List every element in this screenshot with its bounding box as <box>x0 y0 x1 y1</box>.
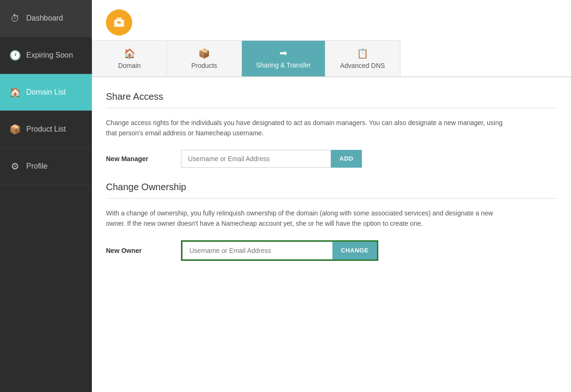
tab-bar: 🏠 Domain 📦 Products ➡ Sharing & Transfer… <box>92 40 571 77</box>
change-ownership-description: With a change of ownership, you fully re… <box>106 208 509 229</box>
svg-rect-1 <box>116 18 122 21</box>
new-owner-row: New Owner CHANGE <box>106 240 557 261</box>
share-access-divider <box>106 108 557 108</box>
sidebar-item-label: Dashboard <box>26 14 63 22</box>
tab-label: Advanced DNS <box>340 62 385 69</box>
sidebar-item-expiring-soon[interactable]: 🕐 Expiring Soon <box>0 37 92 74</box>
tab-domain[interactable]: 🏠 Domain <box>92 40 167 76</box>
new-manager-input[interactable] <box>181 150 331 168</box>
tab-label: Products <box>191 62 217 69</box>
tab-sharing-transfer[interactable]: ➡ Sharing & Transfer <box>242 40 325 76</box>
box-icon: 📦 <box>9 124 21 135</box>
transfer-tab-icon: ➡ <box>279 47 287 59</box>
box-tab-icon: 📦 <box>198 48 210 59</box>
tab-label: Sharing & Transfer <box>256 61 311 69</box>
new-owner-input-group-highlighted: CHANGE <box>181 240 378 261</box>
sidebar-item-dashboard[interactable]: ⏱ Dashboard <box>0 0 92 37</box>
sidebar-item-label: Product List <box>26 125 66 133</box>
page-content: Share Access Change access rights for th… <box>92 77 571 289</box>
add-manager-button[interactable]: ADD <box>331 150 362 168</box>
sidebar: ⏱ Dashboard 🕐 Expiring Soon 🏠 Domain Lis… <box>0 0 92 392</box>
new-manager-input-group: ADD <box>181 150 362 168</box>
clock-icon: 🕐 <box>9 50 21 61</box>
tab-label: Domain <box>118 62 141 69</box>
home-tab-icon: 🏠 <box>124 48 135 59</box>
share-access-description: Change access rights for the individuals… <box>106 118 509 139</box>
sidebar-item-label: Domain List <box>26 88 66 96</box>
sidebar-item-product-list[interactable]: 📦 Product List <box>0 111 92 148</box>
change-owner-button[interactable]: CHANGE <box>332 242 377 259</box>
dns-tab-icon: 📋 <box>357 48 368 59</box>
domain-icon <box>106 9 132 36</box>
sidebar-item-label: Profile <box>26 162 47 170</box>
tab-advanced-dns[interactable]: 📋 Advanced DNS <box>325 40 400 76</box>
dashboard-icon: ⏱ <box>9 13 21 24</box>
share-access-title: Share Access <box>106 91 557 102</box>
change-ownership-title: Change Ownership <box>106 182 557 192</box>
sidebar-item-domain-list[interactable]: 🏠 Domain List <box>0 74 92 111</box>
svg-rect-2 <box>118 22 121 24</box>
new-owner-input[interactable] <box>182 242 332 259</box>
tab-products[interactable]: 📦 Products <box>167 40 242 76</box>
gear-icon: ⚙ <box>9 161 21 172</box>
change-ownership-divider <box>106 198 557 199</box>
domain-header <box>92 0 571 36</box>
new-manager-row: New Manager ADD <box>106 150 557 168</box>
main-content: 🏠 Domain 📦 Products ➡ Sharing & Transfer… <box>92 0 571 392</box>
new-manager-label: New Manager <box>106 155 181 163</box>
sidebar-item-profile[interactable]: ⚙ Profile <box>0 148 92 185</box>
sidebar-item-label: Expiring Soon <box>26 51 73 59</box>
new-owner-label: New Owner <box>106 247 181 254</box>
home-icon: 🏠 <box>9 87 21 98</box>
